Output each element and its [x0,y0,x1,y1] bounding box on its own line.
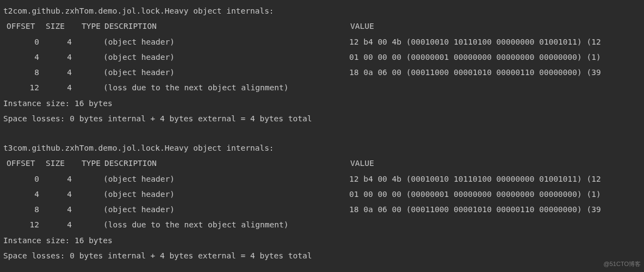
cell-offset: 8 [2,202,39,217]
cell-offset: 4 [2,50,39,65]
cell-offset: 0 [2,34,39,50]
header-type: TYPE [73,18,104,34]
object-internals-block: t3com.github.zxhTom.demo.jol.lock.Heavy … [2,140,642,263]
cell-type [72,50,103,65]
cell-offset: 8 [2,65,39,80]
console-output: t2com.github.zxhTom.demo.jol.lock.Heavy … [2,3,642,263]
header-offset: OFFSET [3,18,40,34]
object-internals-block: t2com.github.zxhTom.demo.jol.lock.Heavy … [2,3,642,126]
cell-size: 4 [39,80,72,95]
table-row: 04(object header)12 b4 00 4b (00010010 1… [2,34,642,50]
cell-description: (object header) [103,50,349,65]
cell-size: 4 [39,217,72,232]
cell-description: (object header) [103,34,349,50]
cell-description: (object header) [103,171,349,187]
table-row: 84(object header)18 0a 06 00 (00011000 0… [2,65,642,80]
cell-description: (object header) [103,65,349,80]
header-value: VALUE [350,18,374,34]
cell-size: 4 [39,187,72,202]
space-losses: Space losses: 0 bytes internal + 4 bytes… [2,111,642,126]
table-row: 124(loss due to the next object alignmen… [2,80,642,95]
cell-offset: 0 [2,171,39,187]
cell-size: 4 [39,50,72,65]
cell-type [72,80,103,95]
header-value: VALUE [350,156,374,171]
cell-value: 18 0a 06 00 (00011000 00001010 00000110 … [349,202,601,217]
cell-type [72,217,103,232]
cell-value: 18 0a 06 00 (00011000 00001010 00000110 … [349,65,601,80]
block-title: t3com.github.zxhTom.demo.jol.lock.Heavy … [2,140,642,156]
instance-size: Instance size: 16 bytes [2,96,642,111]
space-losses: Space losses: 0 bytes internal + 4 bytes… [2,248,642,263]
cell-description: (loss due to the next object alignment) [103,217,349,232]
table-row: 04(object header)12 b4 00 4b (00010010 1… [2,171,642,187]
block-title: t2com.github.zxhTom.demo.jol.lock.Heavy … [2,3,642,18]
table-row: 44(object header)01 00 00 00 (00000001 0… [2,50,642,65]
cell-value: 01 00 00 00 (00000001 00000000 00000000 … [349,50,601,65]
cell-value: 12 b4 00 4b (00010010 10110100 00000000 … [349,34,601,50]
header-type: TYPE [73,156,104,171]
cell-type [72,34,103,50]
cell-offset: 12 [2,80,39,95]
header-size: SIZE [40,18,73,34]
cell-offset: 4 [2,187,39,202]
instance-size: Instance size: 16 bytes [2,233,642,248]
header-description: DESCRIPTION [104,156,350,171]
table-row: 84(object header)18 0a 06 00 (00011000 0… [2,202,642,217]
cell-offset: 12 [2,217,39,232]
cell-description: (object header) [103,202,349,217]
cell-description: (loss due to the next object alignment) [103,80,349,95]
cell-type [72,202,103,217]
cell-description: (object header) [103,187,349,202]
cell-value: 01 00 00 00 (00000001 00000000 00000000 … [349,187,601,202]
column-headers: OFFSETSIZETYPEDESCRIPTIONVALUE [2,156,642,171]
cell-value: 12 b4 00 4b (00010010 10110100 00000000 … [349,171,601,187]
cell-type [72,65,103,80]
cell-size: 4 [39,202,72,217]
header-description: DESCRIPTION [104,18,350,34]
column-headers: OFFSETSIZETYPEDESCRIPTIONVALUE [2,18,642,34]
header-offset: OFFSET [3,156,40,171]
table-row: 124(loss due to the next object alignmen… [2,217,642,232]
cell-size: 4 [39,34,72,50]
cell-size: 4 [39,171,72,187]
header-size: SIZE [40,156,73,171]
table-row: 44(object header)01 00 00 00 (00000001 0… [2,187,642,202]
cell-type [72,171,103,187]
cell-size: 4 [39,65,72,80]
cell-type [72,187,103,202]
watermark-label: @51CTO博客 [604,258,641,270]
